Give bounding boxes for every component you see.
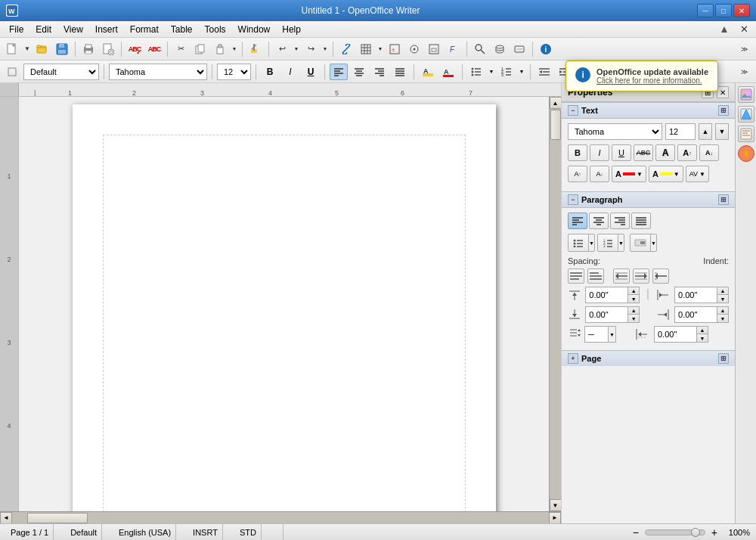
text-superscript-btn[interactable]: A↑ (568, 166, 587, 182)
italic-button[interactable]: I (281, 64, 299, 80)
styles-btn[interactable] (738, 126, 754, 142)
text-italic-btn[interactable]: I (590, 144, 609, 161)
hscroll-right-btn[interactable]: ► (549, 512, 561, 524)
gallery-btn[interactable] (738, 86, 754, 103)
right-indent-input[interactable] (675, 307, 717, 322)
align-right-button[interactable] (370, 64, 389, 80)
notification-link[interactable]: Click here for more information. (596, 76, 708, 85)
highlight-color-btn[interactable]: A ▼ (649, 166, 683, 182)
document-scroll[interactable] (19, 97, 549, 511)
para-align-left[interactable] (568, 213, 587, 229)
print-preview-btn[interactable] (99, 40, 117, 58)
minimize-button[interactable]: ─ (697, 4, 714, 17)
props-font-dropdown[interactable]: Tahoma (568, 123, 662, 140)
para-ordered-list[interactable]: 1.2.3. (598, 234, 618, 251)
cut-btn[interactable]: ✂ (172, 40, 190, 58)
ordered-list-btn[interactable]: 1.2.3. (497, 64, 516, 80)
update-indicator[interactable]: i (537, 40, 555, 58)
undo-btn[interactable]: ↩ (273, 40, 291, 58)
text-shrink-btn[interactable]: A↓ (699, 144, 719, 161)
props-font-size[interactable] (665, 123, 696, 140)
line-spacing-type-dropdown[interactable]: ▼ (608, 327, 615, 342)
redo-dropdown-btn[interactable]: ▼ (321, 40, 329, 58)
below-spacing-up[interactable]: ▲ (628, 307, 639, 315)
menu-format[interactable]: Format (124, 23, 165, 36)
text-section-header[interactable]: − Text ⊞ (562, 102, 735, 119)
scroll-thumb[interactable] (550, 110, 561, 140)
notification-popup[interactable]: i OpenOffice update available Click here… (565, 61, 718, 92)
char-highlight-btn[interactable]: A (419, 64, 437, 80)
paste-btn[interactable] (211, 40, 229, 58)
align-left-button[interactable] (330, 64, 348, 80)
print-btn[interactable] (79, 40, 98, 58)
menu-help[interactable]: Help (276, 23, 307, 36)
zoom-out-btn[interactable]: − (633, 526, 639, 538)
style-menu-btn[interactable] (3, 63, 21, 81)
menu-window[interactable]: Window (232, 23, 277, 36)
text-strikethrough-btn[interactable]: ABC (634, 144, 653, 161)
table-btn[interactable] (357, 40, 375, 58)
char-color-btn[interactable]: A (439, 64, 457, 80)
hscroll-thumb[interactable] (27, 513, 88, 523)
scroll-down-btn[interactable]: ▼ (550, 499, 562, 511)
fmt-overflow[interactable]: ≫ (735, 63, 753, 81)
left-indent-input[interactable] (675, 287, 717, 303)
zoom-thumb[interactable] (691, 528, 700, 537)
para-left-indent-icon[interactable] (613, 268, 630, 284)
new-dropdown-btn[interactable]: ▼ (23, 40, 32, 58)
para-indent-control[interactable] (631, 234, 650, 251)
navigator-btn[interactable] (405, 40, 423, 58)
menu-edit[interactable]: Edit (29, 23, 57, 36)
datasources-btn[interactable] (491, 40, 509, 58)
para-align-right[interactable] (610, 213, 630, 229)
para-above-spacing-icon[interactable] (568, 268, 584, 284)
navigator-side-btn[interactable] (738, 106, 754, 123)
ordered-list-dropdown-btn[interactable]: ▼ (518, 64, 525, 80)
font-size-up[interactable]: ▲ (699, 123, 712, 140)
maximize-button[interactable]: □ (715, 4, 732, 17)
close-button[interactable]: ✕ (733, 4, 750, 17)
below-spacing-down[interactable]: ▼ (628, 315, 639, 322)
text-section-expand[interactable]: − (568, 105, 578, 116)
list-dropdown-btn[interactable]: ▼ (488, 64, 495, 80)
first-line-indent-down[interactable]: ▼ (697, 334, 708, 342)
align-center-button[interactable] (350, 64, 368, 80)
left-indent-down[interactable]: ▼ (717, 295, 728, 303)
para-section-expand[interactable]: − (568, 194, 578, 205)
text-bold-btn[interactable]: B (568, 144, 587, 161)
selection-mode[interactable]: STD (235, 524, 262, 540)
paste-dropdown-btn[interactable]: ▼ (231, 40, 238, 58)
spell-btn[interactable]: ABC✓ (125, 40, 144, 58)
justify-button[interactable] (391, 64, 409, 80)
paragraph-style-dropdown[interactable]: Default (23, 64, 99, 80)
ordered-list-dropdown[interactable]: ▼ (618, 234, 624, 251)
insert-mode[interactable]: INSRT (188, 524, 223, 540)
char-spacing-btn[interactable]: AV ▼ (686, 166, 709, 182)
menu-file[interactable]: File (3, 23, 29, 36)
above-spacing-input[interactable] (586, 287, 627, 303)
properties-close-btn[interactable]: ✕ (717, 86, 729, 98)
font-size-down[interactable]: ▼ (715, 123, 729, 140)
table-dropdown-btn[interactable]: ▼ (376, 40, 384, 58)
right-indent-down[interactable]: ▼ (717, 315, 728, 322)
zoom-in-btn[interactable]: + (711, 526, 717, 538)
menu-tools[interactable]: Tools (199, 23, 232, 36)
format-paint-btn[interactable] (246, 40, 265, 58)
show-changes-btn[interactable]: ± (386, 40, 404, 58)
above-spacing-down[interactable]: ▼ (628, 295, 639, 303)
para-below-spacing-icon[interactable] (587, 268, 604, 284)
scroll-up-btn[interactable]: ▲ (550, 97, 562, 109)
indent-dropdown[interactable]: ▼ (650, 234, 656, 251)
text-section-options[interactable]: ⊞ (718, 105, 729, 116)
menu-view[interactable]: View (57, 23, 89, 36)
line-spacing-type[interactable] (585, 327, 608, 342)
vertical-scrollbar[interactable]: ▲ ▼ (549, 97, 561, 511)
para-justify[interactable] (631, 213, 651, 229)
unordered-list-btn[interactable] (467, 64, 485, 80)
underline-button[interactable]: U (302, 64, 320, 80)
para-align-center[interactable] (589, 213, 609, 229)
toolbar-extra-btn[interactable] (715, 20, 733, 39)
macro-btn[interactable] (738, 145, 754, 162)
toolbar-overflow[interactable]: ≫ (735, 40, 753, 58)
find-btn[interactable] (471, 40, 489, 58)
